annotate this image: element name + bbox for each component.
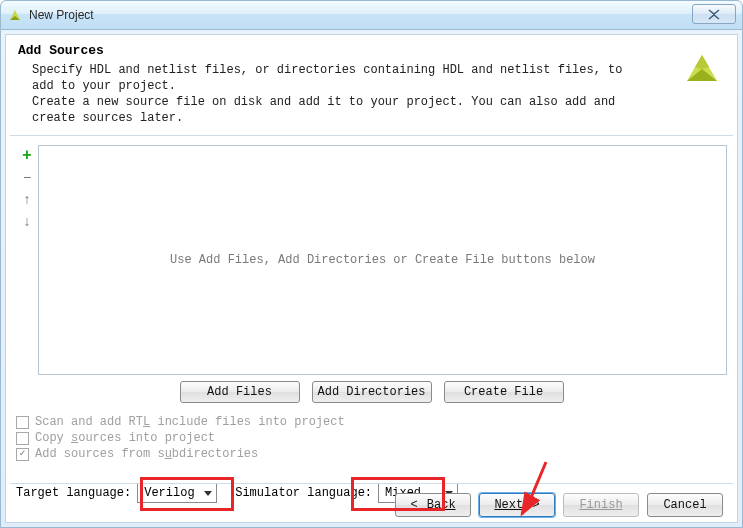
minus-icon: − — [19, 169, 35, 185]
options-group: Scan and add RTL include files into proj… — [16, 413, 345, 463]
add-subdirs-label: Add sources from subdirectories — [35, 447, 258, 461]
scan-rtl-label: Scan and add RTL include files into proj… — [35, 415, 345, 429]
vivado-logo — [681, 45, 723, 87]
add-icon[interactable]: + — [19, 147, 35, 163]
finish-button: Finish — [563, 493, 639, 517]
svg-marker-4 — [695, 55, 709, 69]
add-subdirs-checkbox-row: Add sources from subdirectories — [16, 447, 345, 461]
add-directories-button[interactable]: Add Directories — [312, 381, 432, 403]
app-icon — [7, 7, 23, 23]
back-button[interactable]: < Back — [395, 493, 471, 517]
add-subdirs-checkbox — [16, 448, 29, 461]
close-button[interactable] — [692, 4, 736, 24]
divider-bottom — [10, 483, 733, 484]
page-title: Add Sources — [18, 43, 727, 58]
cancel-button[interactable]: Cancel — [647, 493, 723, 517]
add-files-button[interactable]: Add Files — [180, 381, 300, 403]
arrow-down-icon: ↓ — [19, 213, 35, 229]
window-frame: Add Sources Specify HDL and netlist file… — [0, 30, 743, 528]
window-title: New Project — [29, 8, 94, 22]
arrow-up-icon: ↑ — [19, 191, 35, 207]
next-button[interactable]: Next > — [479, 493, 555, 517]
wizard-buttons: < Back Next > Finish Cancel — [6, 493, 737, 517]
copy-sources-checkbox-row: Copy sources into project — [16, 431, 345, 445]
sources-toolbar: + − ↑ ↓ — [16, 145, 38, 375]
page-description: Specify HDL and netlist files, or direct… — [32, 62, 632, 126]
copy-sources-checkbox — [16, 432, 29, 445]
copy-sources-label: Copy sources into project — [35, 431, 215, 445]
scan-rtl-checkbox — [16, 416, 29, 429]
titlebar: New Project — [0, 0, 743, 30]
divider-top — [10, 135, 733, 136]
scan-rtl-checkbox-row: Scan and add RTL include files into proj… — [16, 415, 345, 429]
sources-area: + − ↑ ↓ Use Add Files, Add Directories o… — [16, 145, 727, 375]
wizard-page: Add Sources Specify HDL and netlist file… — [5, 34, 738, 523]
create-file-button[interactable]: Create File — [444, 381, 564, 403]
source-buttons-row: Add Files Add Directories Create File — [6, 381, 737, 403]
sources-list[interactable]: Use Add Files, Add Directories or Create… — [38, 145, 727, 375]
sources-empty-text: Use Add Files, Add Directories or Create… — [170, 253, 595, 267]
